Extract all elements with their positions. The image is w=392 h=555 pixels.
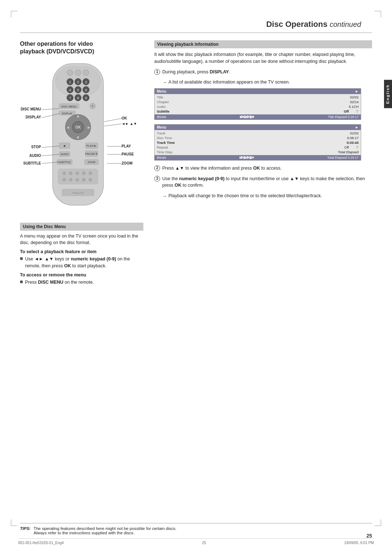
- svg-point-4: [67, 70, 73, 76]
- svg-text:5: 5: [77, 88, 79, 92]
- menu-row-timedisp: Time Disp.Total Elapsed: [157, 150, 359, 154]
- label-play: PLAY: [122, 144, 143, 148]
- label-pause: PAUSE: [122, 152, 143, 156]
- access-bullet-text: Press DISC MENU on the remote.: [25, 279, 94, 286]
- menu-row-tracktime: Track Time0:03:43: [157, 140, 359, 145]
- step-3-arrow-text: Playback will change to the chosen time …: [168, 193, 322, 199]
- menu-row-subtitle: Subtitle Off ▽: [157, 109, 359, 114]
- feature-heading: To select a playback feature or item: [20, 249, 143, 254]
- tips-section: TIPS: The operating features described h…: [20, 523, 372, 535]
- svg-text:1: 1: [69, 80, 71, 84]
- left-column: Other operations for video playback (DVD…: [20, 40, 143, 287]
- step-1-text: During playback, press DISPLAY.: [162, 69, 230, 76]
- svg-text:▼: ▼: [76, 135, 80, 140]
- label-ok: OK: [122, 116, 143, 120]
- step-1-arrow-text: A list of available disc information app…: [168, 79, 290, 86]
- menu-body-2: Track01/02 Disc Time0:08:17 Track Time0:…: [155, 130, 361, 155]
- svg-text:◄: ◄: [66, 125, 70, 130]
- section-heading: Other operations for video playback (DVD…: [20, 40, 143, 56]
- svg-point-55: [62, 178, 66, 182]
- svg-rect-50: [58, 169, 98, 184]
- step-3-text: Use the numeric keypad (0-9) to input th…: [162, 175, 372, 189]
- svg-text:SUBTITLE: SUBTITLE: [58, 161, 71, 163]
- label-subtitle: SUBTITLE: [20, 161, 41, 165]
- viewing-heading: Viewing playback information: [154, 40, 372, 48]
- label-zoom: ZOOM: [122, 161, 143, 165]
- viewing-intro: It will show the disc playback informati…: [154, 51, 372, 65]
- bitrate-bars-1: [240, 116, 254, 118]
- svg-text:DISC MENU: DISC MENU: [61, 105, 77, 108]
- corner-tl: [11, 11, 17, 17]
- step-1-num: 1: [154, 69, 160, 75]
- svg-text:6: 6: [85, 88, 87, 92]
- menu-body-1: Title02/02 Chapter02/14 Audio5.1CH Subti…: [155, 94, 361, 114]
- right-column: Viewing playback information It will sho…: [154, 40, 372, 287]
- svg-point-60: [89, 178, 92, 182]
- svg-text:PAUSE⏸: PAUSE⏸: [85, 152, 98, 155]
- arrow-icon: →: [162, 79, 167, 86]
- svg-text:►: ►: [87, 125, 91, 130]
- svg-text:PLAY►: PLAY►: [86, 144, 97, 147]
- menu-header-2: Menu ►: [155, 125, 361, 130]
- label-disc-menu: DISC MENU: [20, 107, 41, 111]
- menu-display-2: Menu ► Track01/02 Disc Time0:08:17 Track…: [154, 124, 361, 161]
- menu-header-1: Menu ►: [155, 89, 361, 94]
- bullet-dot-2: [20, 280, 23, 283]
- footer-left: 001-051-hts5310S-51_Eng4: [18, 541, 64, 545]
- step-3: 3 Use the numeric keypad (0-9) to input …: [154, 175, 372, 189]
- corner-bl: [11, 519, 17, 526]
- menu-row-track: Track01/02: [157, 131, 359, 135]
- svg-text:OK: OK: [75, 125, 81, 129]
- step-1-arrow: → A list of available disc information a…: [154, 79, 372, 86]
- svg-text:3: 3: [85, 80, 87, 84]
- svg-text:PHILIPS: PHILIPS: [73, 191, 84, 195]
- english-tab: English: [384, 80, 392, 108]
- svg-text:4: 4: [69, 88, 71, 92]
- menu-footer-2: Bitrate Total Elapsed 0:29:17: [155, 155, 361, 160]
- svg-point-52: [69, 171, 73, 175]
- arrow-icon-2: →: [162, 193, 167, 200]
- corner-br: [375, 519, 381, 526]
- svg-point-57: [75, 178, 79, 182]
- svg-text:2: 2: [77, 80, 79, 84]
- menu-row-title: Title02/02: [157, 95, 359, 100]
- access-heading: To access or remove the menu: [20, 272, 143, 278]
- step-2-num: 2: [154, 165, 160, 171]
- svg-point-53: [75, 171, 79, 175]
- access-bullet: Press DISC MENU on the remote.: [20, 279, 143, 286]
- menu-footer-1: Bitrate Title Elapsed 0:29:17: [155, 114, 361, 119]
- tips-text: The operating features described here mi…: [33, 526, 176, 535]
- svg-text:8: 8: [77, 96, 79, 100]
- label-display: DISPLAY: [20, 115, 41, 119]
- svg-point-56: [69, 178, 73, 182]
- svg-text:▲: ▲: [76, 113, 80, 118]
- label-audio: AUDIO: [20, 154, 41, 158]
- page-title-text: Disc Operations continued: [266, 20, 361, 29]
- footer-center: 25: [202, 541, 206, 545]
- svg-point-5: [75, 70, 81, 76]
- menu-row-chapter: Chapter02/14: [157, 100, 359, 104]
- svg-point-51: [62, 171, 66, 175]
- step-1: 1 During playback, press DISPLAY.: [154, 69, 372, 76]
- svg-text:+: +: [91, 104, 94, 109]
- menu-row-audio: Audio5.1CH: [157, 104, 359, 109]
- step-2: 2 Press ▲▼ to view the information and p…: [154, 165, 372, 172]
- remote-control-image: PHILIPS 1 2 3 4 5: [42, 60, 114, 212]
- tips-label: TIPS:: [20, 526, 30, 531]
- feature-bullet-text: Use ◄► ▲▼ keys or numeric keypad (0-9) o…: [25, 256, 143, 270]
- svg-text:AUDIO: AUDIO: [61, 153, 69, 155]
- disc-menu-intro: A menu may appear on the TV screen once …: [20, 233, 143, 247]
- bullet-dot: [20, 257, 23, 260]
- svg-point-54: [82, 171, 86, 175]
- svg-text:9: 9: [85, 96, 87, 100]
- step-2-text: Press ▲▼ to view the information and pre…: [162, 165, 282, 172]
- page-number: 25: [366, 533, 372, 539]
- svg-text:ZOOM: ZOOM: [88, 161, 95, 163]
- footer: 001-051-hts5310S-51_Eng4 25 19/09/05, 6:…: [18, 538, 374, 545]
- svg-point-6: [83, 70, 89, 76]
- step-3-arrow: → Playback will change to the chosen tim…: [154, 193, 372, 200]
- page-title: Disc Operations continued: [20, 18, 372, 33]
- svg-text:7: 7: [69, 96, 71, 100]
- svg-point-58: [82, 178, 86, 182]
- step-3-num: 3: [154, 176, 160, 182]
